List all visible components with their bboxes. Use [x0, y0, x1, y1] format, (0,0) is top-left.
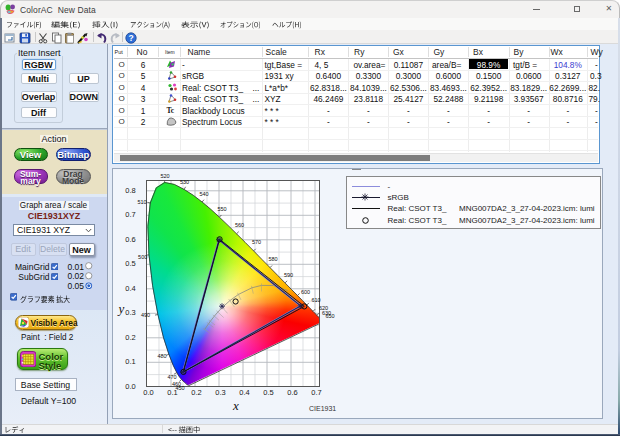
- svg-text:?: ?: [128, 33, 133, 43]
